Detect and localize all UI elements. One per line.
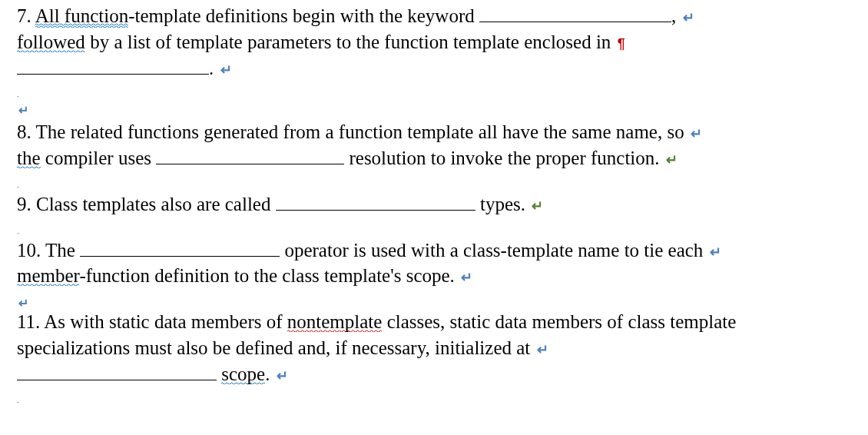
q10-number: 10. [17,240,41,261]
q7-comma: , [671,5,676,26]
blank-field [156,164,344,164]
q7-period: . [209,58,214,78]
empty-paragraph: · [17,222,851,237]
empty-paragraph: ↵ [17,294,851,309]
q8-text-c: resolution to invoke the proper function… [344,148,659,168]
question-7: 7. All function-template definitions beg… [17,3,851,81]
return-mark-icon: ↵ [220,62,232,78]
q9-text-a: Class templates also are called [31,194,276,214]
question-10: 10. The operator is used with a class-te… [17,237,851,290]
return-mark-icon: ↵ [532,198,543,214]
justify-mark-icon: ¶ [618,36,625,51]
question-9: 9. Class templates also are called types… [17,191,851,218]
empty-paragraph: · [17,176,851,191]
question-8: 8. The related functions generated from … [17,119,851,171]
return-mark-icon: ↵ [18,297,28,310]
small-mark-icon: · [17,91,19,101]
q7-text-function: function [60,5,129,28]
empty-paragraph: ↵ [17,101,851,116]
q7-text-all: All [35,5,60,28]
q9-number: 9. [17,194,31,214]
q8-text-a: The related functions generated from a f… [31,121,684,142]
q11-period: . [265,364,270,384]
document-page: 7. All function-template definitions beg… [0,0,868,414]
q10-text-c: -function definition to the class templa… [79,265,454,286]
blank-field [479,22,671,22]
return-mark-icon: ↵ [710,244,721,260]
q11-text-nontemplate: nontemplate [287,311,383,332]
q11-text-a: As with static data members of [40,311,287,332]
q7-text-b: by a list of template parameters to the … [85,32,611,52]
q11-text-scope: scope [221,364,265,384]
q8-number: 8. [17,121,31,142]
blank-field [17,74,209,75]
blank-field [80,256,280,257]
small-mark-icon: · [17,228,19,237]
return-mark-icon: ↵ [537,342,548,357]
empty-paragraph: · [17,391,851,407]
small-mark-icon: · [17,397,19,407]
return-mark-icon: ↵ [277,368,288,384]
q11-number: 11. [17,311,40,332]
empty-paragraph: · [17,85,851,101]
q9-text-b: types. [475,194,525,214]
blank-field [17,380,217,380]
q7-number: 7. [17,5,31,26]
return-mark-icon: ↵ [666,152,678,168]
q8-text-b: compiler uses [41,148,157,168]
return-mark-icon: ↵ [461,270,472,285]
question-11: 11. As with static data members of nonte… [17,309,851,387]
q7-text-a: -template definitions begin with the key… [128,5,479,26]
q8-text-the: the [17,148,41,168]
q7-text-followed: followed [17,32,85,52]
return-mark-icon: ↵ [683,10,694,25]
small-mark-icon: · [17,182,19,191]
q10-text-member: member [17,265,79,286]
blank-field [276,210,475,211]
return-mark-icon: ↵ [691,126,702,141]
q10-text-b: operator is used with a class-template n… [280,240,703,261]
q10-text-a: The [41,240,80,261]
return-mark-icon: ↵ [18,104,28,117]
